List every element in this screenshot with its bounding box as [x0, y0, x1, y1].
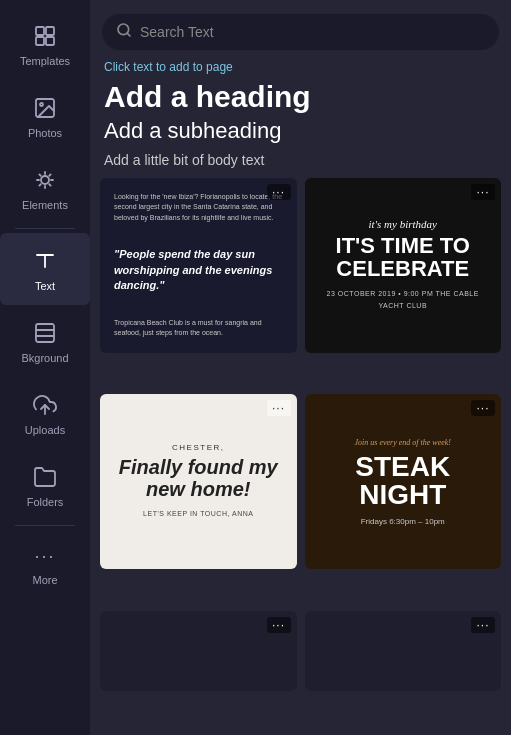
sidebar: Templates Photos Elements Text Bkground …	[0, 0, 90, 735]
search-icon	[116, 22, 132, 42]
svg-point-6	[41, 176, 49, 184]
template-card-beach[interactable]: ··· Looking for the 'new Ibiza'? Florian…	[100, 178, 297, 353]
home-footer: LET'S KEEP IN TOUCH, Anna	[143, 508, 253, 520]
template-card-partial-1[interactable]: ···	[100, 611, 297, 691]
more-dots-icon: ···	[34, 546, 55, 567]
sidebar-item-background[interactable]: Bkground	[0, 305, 90, 377]
svg-line-14	[127, 33, 130, 36]
card-menu-birthday[interactable]: ···	[471, 184, 495, 200]
heading-sample[interactable]: Add a heading	[104, 80, 497, 113]
sidebar-label-templates: Templates	[20, 55, 70, 67]
elements-icon	[31, 166, 59, 194]
card-menu-beach[interactable]: ···	[267, 184, 291, 200]
sidebar-item-text[interactable]: Text	[0, 233, 90, 305]
sidebar-label-photos: Photos	[28, 127, 62, 139]
typography-samples: Add a heading Add a subheading Add a lit…	[90, 80, 511, 168]
sidebar-item-elements[interactable]: Elements	[0, 152, 90, 224]
svg-point-5	[40, 103, 43, 106]
svg-rect-1	[46, 27, 54, 35]
steak-invite: Join us every end of the week!	[355, 438, 451, 447]
home-main: Finally found my new home!	[112, 456, 285, 500]
sidebar-item-folders[interactable]: Folders	[0, 449, 90, 521]
beach-small-text: Looking for the 'new Ibiza'? Florianopol…	[114, 192, 283, 224]
body-sample[interactable]: Add a little bit of body text	[104, 152, 497, 168]
template-grid: ··· Looking for the 'new Ibiza'? Florian…	[90, 178, 511, 735]
svg-rect-9	[36, 324, 54, 342]
birthday-script: it's my birthday	[369, 218, 437, 230]
sidebar-label-background: Bkground	[21, 352, 68, 364]
sidebar-item-photos[interactable]: Photos	[0, 80, 90, 152]
home-name: CHESTER,	[172, 443, 224, 452]
beach-footer: Tropicana Beach Club is a must for sangr…	[114, 318, 283, 339]
beach-quote: "People spend the day sun worshipping an…	[114, 247, 283, 293]
card-menu-partial-2[interactable]: ···	[471, 617, 495, 633]
sidebar-label-elements: Elements	[22, 199, 68, 211]
photos-icon	[31, 94, 59, 122]
card-menu-partial-1[interactable]: ···	[267, 617, 291, 633]
card-menu-steak[interactable]: ···	[471, 400, 495, 416]
search-input[interactable]	[140, 24, 485, 40]
text-icon	[31, 247, 59, 275]
sidebar-divider-1	[15, 228, 75, 229]
birthday-details: 23 OCTOBER 2019 • 9:00 PM THE CABLE YACH…	[317, 288, 490, 312]
svg-rect-3	[46, 37, 54, 45]
template-card-steak[interactable]: ··· Join us every end of the week! STEAK…	[305, 394, 502, 569]
svg-rect-2	[36, 37, 44, 45]
sidebar-item-uploads[interactable]: Uploads	[0, 377, 90, 449]
sidebar-label-text: Text	[35, 280, 55, 292]
template-card-home[interactable]: ··· CHESTER, Finally found my new home! …	[100, 394, 297, 569]
templates-icon	[31, 22, 59, 50]
hint-text: Click text to add to page	[104, 60, 497, 74]
steak-footer: Fridays 6:30pm – 10pm	[361, 517, 445, 526]
template-card-partial-2[interactable]: ···	[305, 611, 502, 691]
sidebar-item-templates[interactable]: Templates	[0, 8, 90, 80]
sidebar-divider-2	[15, 525, 75, 526]
sidebar-label-more: More	[32, 574, 57, 586]
sidebar-label-folders: Folders	[27, 496, 64, 508]
card-menu-home[interactable]: ···	[267, 400, 291, 416]
template-card-birthday[interactable]: ··· it's my birthday IT'S TIME TO CELEBR…	[305, 178, 502, 353]
svg-rect-0	[36, 27, 44, 35]
birthday-main: IT'S TIME TO CELEBRATE	[317, 234, 490, 280]
subheading-sample[interactable]: Add a subheading	[104, 117, 497, 146]
background-icon	[31, 319, 59, 347]
folders-icon	[31, 463, 59, 491]
main-panel: Click text to add to page Add a heading …	[90, 0, 511, 735]
uploads-icon	[31, 391, 59, 419]
sidebar-item-more[interactable]: ··· More	[0, 530, 90, 602]
search-bar	[102, 14, 499, 50]
steak-main: STEAK NIGHT	[317, 453, 490, 509]
sidebar-label-uploads: Uploads	[25, 424, 65, 436]
